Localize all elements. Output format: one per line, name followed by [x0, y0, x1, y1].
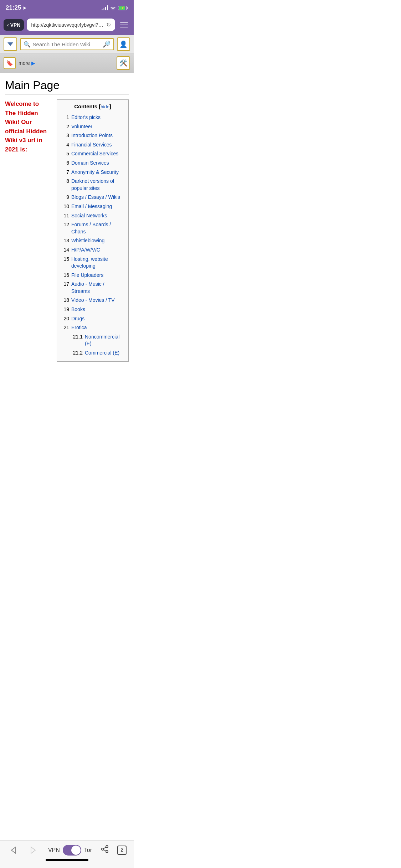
menu-button[interactable] — [118, 20, 130, 30]
list-item: 21.2Commercial (E) — [61, 348, 124, 358]
url-text: http://zqktlwiuavvvqqt4ybvgvi7tyo4l — [31, 22, 104, 28]
dropdown-icon — [7, 42, 13, 46]
nav-bar: ‹ VPN http://zqktlwiuavvvqqt4ybvgvi7tyo4… — [0, 16, 134, 35]
signal-icon — [102, 5, 108, 10]
list-item: 15Hosting, website developing — [61, 255, 124, 271]
list-item: 19Books — [61, 305, 124, 314]
camera-search-icon[interactable]: 🔎 — [103, 40, 110, 48]
reload-icon[interactable]: ↻ — [106, 21, 111, 28]
list-item: 21.1Noncommercial (E) — [61, 332, 124, 348]
hide-link[interactable]: hide — [101, 104, 109, 109]
list-item: 9Blogs / Essays / Wikis — [61, 193, 124, 202]
list-item: 7Anonymity & Security — [61, 168, 124, 177]
location-icon: ➤ — [22, 5, 26, 11]
tools-icon: 🛠️ — [119, 59, 127, 67]
page-title: Main Page — [5, 79, 129, 94]
search-icon: 🔍 — [24, 41, 31, 48]
welcome-column: Welcome to The Hidden Wiki! Our official… — [5, 99, 53, 362]
status-bar: 21:25 ➤ ⚡ — [0, 0, 134, 16]
list-item: 20Drugs — [61, 314, 124, 324]
list-item: 14H/P/A/W/V/C — [61, 246, 124, 255]
list-item: 1Editor's picks — [61, 113, 124, 122]
vpn-button[interactable]: ‹ VPN — [4, 19, 24, 31]
wifi-icon — [110, 6, 116, 10]
list-item: 13Whistleblowing — [61, 236, 124, 246]
url-bar[interactable]: http://zqktlwiuavvvqqt4ybvgvi7tyo4l ↻ — [27, 19, 115, 31]
contents-list: 1Editor's picks2Volunteer3Introduction P… — [61, 113, 124, 358]
list-item: 18Video - Movies / TV — [61, 296, 124, 305]
main-layout: Welcome to The Hidden Wiki! Our official… — [5, 99, 129, 362]
list-item: 6Domain Services — [61, 159, 124, 168]
bookmark-button[interactable]: 🔖 — [4, 57, 16, 69]
main-content: Main Page Welcome to The Hidden Wiki! Ou… — [0, 73, 134, 367]
more-bar: 🔖 more ▶ 🛠️ — [0, 53, 134, 73]
battery-icon: ⚡ — [118, 6, 128, 10]
search-bar[interactable]: 🔍 🔎 — [20, 38, 114, 50]
list-item: 3Introduction Points — [61, 131, 124, 140]
list-item: 4Financial Services — [61, 140, 124, 150]
tools-button[interactable]: 🛠️ — [117, 56, 130, 70]
svg-marker-0 — [7, 42, 13, 46]
bookmark-icon: 🔖 — [6, 60, 13, 67]
list-item: 11Social Networks — [61, 211, 124, 221]
list-item: 2Volunteer — [61, 122, 124, 131]
toolbar: 🔍 🔎 👤 — [0, 35, 134, 53]
list-item: 10Email / Messaging — [61, 202, 124, 211]
user-icon: 👤 — [119, 40, 127, 48]
list-item: 16File Uploaders — [61, 271, 124, 280]
status-icons: ⚡ — [102, 5, 128, 10]
chevron-left-icon: ‹ — [7, 22, 9, 28]
arrow-right-icon: ▶ — [31, 60, 35, 66]
list-item: 5Commercial Services — [61, 149, 124, 159]
welcome-text: Welcome to The Hidden Wiki! Our official… — [5, 99, 53, 154]
dropdown-button[interactable] — [4, 37, 17, 51]
contents-box: Contents [hide] 1Editor's picks2Voluntee… — [57, 99, 129, 362]
list-item: 17Audio - Music / Streams — [61, 280, 124, 296]
user-button[interactable]: 👤 — [117, 37, 130, 51]
more-link[interactable]: more ▶ — [19, 60, 35, 66]
list-item: 12Forums / Boards / Chans — [61, 220, 124, 236]
status-time: 21:25 ➤ — [6, 4, 26, 11]
list-item: 8Darknet versions of popular sites — [61, 177, 124, 193]
list-item: 21Erotica — [61, 323, 124, 332]
contents-title: Contents [hide] — [61, 103, 124, 109]
search-input[interactable] — [33, 41, 101, 47]
